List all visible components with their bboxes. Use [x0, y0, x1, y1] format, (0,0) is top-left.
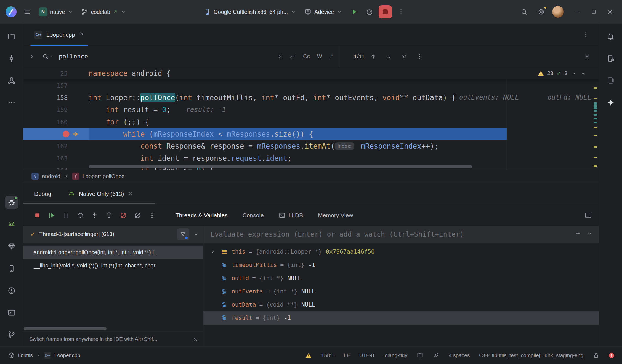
close-search-button[interactable] — [583, 53, 591, 60]
add-watch-icon[interactable] — [575, 230, 581, 238]
code-line-163[interactable]: 163 int ident = response.request.ident; — [23, 152, 599, 164]
debug-tab-lldb[interactable]: LLDB — [279, 212, 303, 219]
close-window-button[interactable] — [604, 6, 616, 18]
stack-frame-row[interactable]: __libc_init(void *, void (*)(), int (*)(… — [23, 259, 203, 272]
tab-options-button[interactable] — [580, 28, 592, 41]
previous-problem-button[interactable] — [571, 70, 577, 76]
breadcrumb-namespace[interactable]: N android — [31, 173, 60, 180]
profiler-button[interactable] — [363, 6, 376, 18]
app-quality-insights-button[interactable] — [5, 240, 18, 253]
debug-tab-threads-variables[interactable]: Threads & Variables — [176, 212, 228, 219]
line-number[interactable]: 159 — [23, 106, 89, 113]
vcs-branch-selector[interactable]: codelab — [78, 5, 129, 18]
variable-row[interactable]: this={android::Looper *}0x7967aa146f50 — [203, 245, 599, 258]
main-menu-button[interactable] — [21, 6, 34, 18]
stack-frame-row[interactable]: android::Looper::pollOnce(int, int *, in… — [23, 246, 203, 259]
view-breakpoints-button[interactable] — [132, 210, 143, 221]
search-query[interactable]: pollonce — [59, 53, 272, 60]
variable-row[interactable]: 0110outFd={int *}NULL — [203, 272, 599, 285]
statusbar-breadcrumb[interactable]: libutils C++ Looper.cpp — [8, 352, 80, 359]
code-line-157[interactable]: 157 — [23, 79, 599, 92]
error-notification-badge[interactable]: ! — [609, 353, 614, 358]
search-history-icon[interactable] — [42, 53, 53, 60]
code-line-25[interactable]: 25namespace android { — [23, 67, 599, 79]
analysis-stripe[interactable] — [593, 67, 598, 170]
step-into-button[interactable] — [89, 210, 100, 221]
search-input[interactable]: pollonce CcW.* — [40, 46, 340, 67]
line-number[interactable]: 162 — [23, 143, 89, 150]
debug-tab-memory-view[interactable]: Memory View — [318, 212, 353, 219]
debug-tab-console[interactable]: Console — [243, 212, 264, 219]
line-number[interactable]: 163 — [23, 155, 89, 162]
run-config-selector[interactable]: Adevice — [302, 5, 345, 18]
toggle-replace-button[interactable] — [23, 46, 40, 67]
breakpoint-icon[interactable] — [63, 131, 69, 137]
next-match-button[interactable] — [382, 50, 395, 63]
logcat-tool-button[interactable] — [5, 218, 18, 231]
mute-breakpoints-button[interactable] — [118, 210, 129, 221]
search-options-button[interactable] — [413, 50, 426, 63]
settings-button[interactable] — [535, 6, 547, 18]
maximize-button[interactable] — [587, 6, 600, 18]
stop-button[interactable] — [379, 5, 392, 18]
indent-widget[interactable]: 4 spaces — [449, 352, 470, 358]
minimize-button[interactable] — [571, 6, 583, 18]
debug-tool-button[interactable] — [5, 196, 18, 209]
hide-frames-filter-button[interactable] — [177, 228, 189, 240]
session-tabs-scrollbar[interactable] — [23, 203, 155, 204]
pause-program-button[interactable] — [60, 210, 72, 221]
resume-program-button[interactable] — [46, 210, 57, 221]
regex-toggle[interactable]: .* — [328, 52, 335, 61]
search-filter-button[interactable] — [398, 50, 411, 63]
step-out-button[interactable] — [103, 210, 115, 221]
project-tool-button[interactable] — [5, 30, 18, 43]
user-avatar[interactable] — [552, 6, 564, 18]
expand-chevron-icon[interactable] — [207, 249, 219, 255]
running-devices-button[interactable] — [604, 74, 617, 87]
evaluate-expression-input[interactable]: Evaluate expression (Enter) or add a wat… — [203, 226, 599, 243]
code-editor[interactable]: 25namespace android { 157158int Looper::… — [23, 67, 599, 170]
inspections-widget[interactable]: 23 ✓ 3 — [534, 69, 589, 78]
thread-selector[interactable]: ✓ Thread-1-[surfaceflinger] (613) — [23, 226, 203, 243]
debug-more-options-button[interactable] — [146, 210, 158, 221]
editor-tab-looper-cpp[interactable]: C++ Looper.cpp — [30, 24, 88, 46]
clang-tidy-widget[interactable]: .clang-tidy — [384, 352, 408, 358]
step-over-button[interactable] — [75, 210, 86, 221]
line-number[interactable]: 160 — [23, 119, 89, 125]
more-actions-button[interactable] — [395, 6, 407, 18]
dismiss-banner-button[interactable] — [193, 336, 198, 342]
code-line-158[interactable]: 158int Looper::pollOnce(int timeoutMilli… — [23, 92, 599, 104]
variable-row[interactable]: 0110result={int}-1 — [203, 311, 599, 325]
close-tab-icon[interactable] — [79, 31, 84, 38]
line-number[interactable]: 158 — [23, 94, 89, 101]
device-explorer-button[interactable] — [5, 262, 18, 275]
line-ending-widget[interactable]: LF — [344, 352, 350, 358]
code-line-161[interactable]: while (mResponseIndex < mResponses.size(… — [23, 128, 599, 140]
line-number[interactable]: 157 — [23, 82, 89, 89]
run-button[interactable] — [348, 6, 360, 18]
caret-position-widget[interactable]: 158:1 — [321, 352, 334, 358]
layout-settings-button[interactable] — [584, 212, 592, 219]
next-problem-button[interactable] — [580, 70, 586, 76]
code-line-162[interactable]: 162 const Response& response = mResponse… — [23, 140, 599, 152]
clear-search-button[interactable] — [277, 53, 283, 60]
match-case-toggle[interactable]: Cc — [301, 52, 311, 61]
whole-words-toggle[interactable]: W — [315, 52, 324, 61]
newline-button[interactable] — [289, 53, 296, 60]
debug-session-tab[interactable]: Native Only (613) — [68, 190, 133, 197]
close-session-button[interactable] — [128, 191, 133, 197]
terminal-tool-button[interactable] — [5, 306, 18, 319]
gemini-button[interactable] — [604, 96, 617, 109]
toolchain-widget[interactable]: C++: libutils_test_compile|...unk_stagin… — [479, 352, 583, 358]
variable-row[interactable]: 0110outEvents={int *}NULL — [203, 285, 599, 298]
structure-tool-button[interactable] — [5, 74, 18, 87]
previous-match-button[interactable] — [367, 50, 380, 63]
variable-row[interactable]: 0110outData={void **}NULL — [203, 298, 599, 311]
device-manager-button[interactable] — [604, 52, 617, 65]
more-tool-windows-button[interactable] — [5, 96, 18, 109]
reader-mode-icon[interactable] — [417, 352, 423, 359]
highlighting-level-icon[interactable] — [433, 352, 439, 359]
code-line-160[interactable]: 160 for (;;) { — [23, 116, 599, 128]
warning-icon[interactable] — [305, 352, 312, 359]
code-line-159[interactable]: 159 int result = 0;result: -1 — [23, 104, 599, 116]
